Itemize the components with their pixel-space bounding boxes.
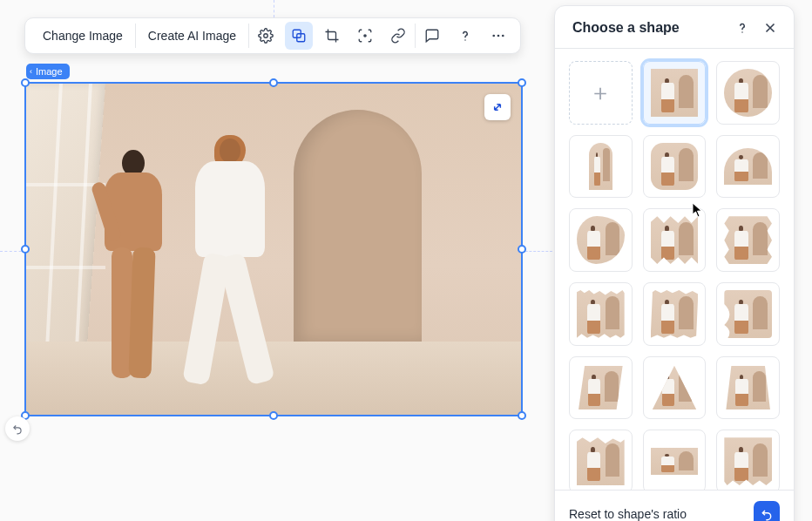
change-image-button[interactable]: Change Image [30,18,135,53]
resize-handle[interactable] [269,78,278,87]
vertical-guide [274,0,274,17]
shape-tile-scallop[interactable] [716,208,780,272]
shape-tile-wave[interactable] [716,282,780,346]
expand-icon[interactable] [484,94,511,120]
svg-point-0 [264,34,268,38]
help-icon[interactable] [451,22,479,50]
toolbar-separator [415,24,416,48]
shape-tile-rough-top[interactable] [569,430,633,490]
reset-ratio-button[interactable]: Reset to shape's ratio [569,507,687,521]
shape-tile-arch[interactable] [569,135,633,199]
svg-point-4 [464,39,466,41]
shape-tile-parallelogram[interactable] [569,356,633,420]
shape-tile-square[interactable] [643,61,707,125]
reset-icon[interactable] [754,501,780,521]
shape-tile-rectangle[interactable] [643,430,707,490]
link-icon[interactable] [384,22,412,50]
shape-tile-brush[interactable] [643,282,707,346]
image-toolbar: Change Image Create AI Image [24,17,521,54]
panel-help-icon[interactable] [733,18,752,37]
panel-title: Choose a shape [572,20,680,36]
shape-tile-rough-bottom[interactable] [716,430,780,490]
svg-point-7 [502,35,504,37]
resize-handle[interactable] [518,245,526,254]
svg-point-8 [741,31,743,33]
settings-icon[interactable] [252,22,280,50]
badge-label: Image [36,66,63,77]
shape-tile-triangle[interactable] [643,356,707,420]
resize-handle[interactable] [21,245,30,254]
shape-tile-circle[interactable] [716,61,780,125]
panel-body: ＋ [555,49,794,490]
shape-tile-blob[interactable] [569,208,633,272]
shape-tile-archwide[interactable] [716,135,780,199]
svg-point-3 [364,35,366,37]
shape-tile-torn[interactable] [569,282,633,346]
resize-handle[interactable] [21,78,30,87]
crop-icon[interactable] [318,22,346,50]
selected-image[interactable] [26,84,521,415]
panel-footer: Reset to shape's ratio [555,490,794,521]
shape-tile-zigzag[interactable] [643,208,707,272]
resize-handle[interactable] [518,78,526,87]
undo-button[interactable] [5,416,30,441]
image-content [26,84,521,415]
create-ai-image-button[interactable]: Create AI Image [136,18,248,53]
shape-mask-icon[interactable] [285,22,313,50]
toolbar-separator [248,24,249,48]
comment-icon[interactable] [418,22,446,50]
close-icon[interactable] [761,18,780,37]
resize-handle[interactable] [269,411,278,420]
chevron-left-icon: ‹ [30,68,32,76]
resize-handle[interactable] [518,411,526,420]
more-icon[interactable] [484,22,512,50]
shape-grid: ＋ [569,61,780,490]
focus-icon[interactable] [351,22,379,50]
shape-tile-rounded[interactable] [643,135,707,199]
svg-point-5 [492,35,495,37]
shape-tile-trapezoid[interactable] [716,356,780,420]
shape-panel: Choose a shape ＋ [554,5,795,521]
svg-point-6 [497,35,500,37]
element-type-badge[interactable]: ‹ Image [26,64,70,79]
shape-tile-add[interactable]: ＋ [569,61,633,125]
plus-icon: ＋ [589,78,612,108]
panel-header: Choose a shape [555,6,794,49]
